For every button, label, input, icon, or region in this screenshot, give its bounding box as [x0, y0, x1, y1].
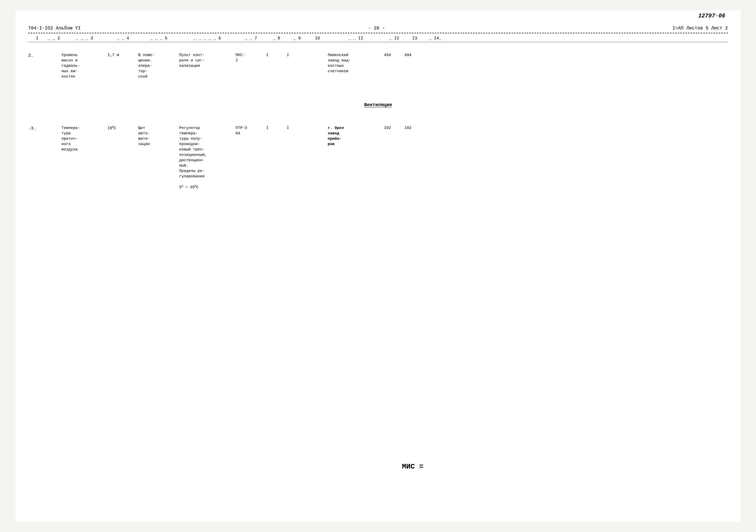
row3-col13: I02 [404, 125, 425, 131]
header-left: 704-I-IO2 Альбом YI [28, 26, 81, 31]
row2-number: 2. [28, 53, 33, 58]
row3-col8: I [266, 125, 287, 131]
row2-col4: I,7 м [108, 52, 138, 58]
section-ventilation-title: Вентиляция [364, 102, 392, 107]
header-center: - 28 - [368, 26, 385, 31]
row3-col9: I [287, 125, 307, 131]
row3-col1: ·3. [28, 125, 46, 132]
row3-col5: Щитавто-мати-зации [138, 125, 179, 147]
col-num-10: IO [307, 36, 328, 41]
row3-manufacturer: г. Орелзаводприбо-ров [328, 126, 344, 146]
row2-col9: I [287, 52, 307, 58]
section-ventilation: Вентиляция [28, 102, 728, 107]
doc-number: 12797·06 [698, 13, 725, 19]
header-row: 704-I-IO2 Альбом YI - 28 - I=АП Листов 5… [28, 18, 728, 31]
col-num-5: _ _ _ 5 [138, 36, 179, 41]
row3-col4: I80C [108, 125, 138, 131]
row3-col11: г. Орелзаводприбо-ров [328, 125, 384, 147]
col-num-9: _ 9 [287, 36, 307, 41]
row3-number: ·3. [28, 126, 36, 131]
row2-col12: 494 [384, 52, 404, 58]
row2-col11: Ливенскийзавод жид-костныхсчетчиков [328, 52, 384, 74]
col-num-3: _ _ _ 3 [62, 36, 108, 41]
row2-col5: В поме-щении.опера-тор-ской [138, 52, 179, 79]
row3-col6: Регулятортемпера-туры полу-проводни-ковы… [179, 125, 235, 190]
col-num-2: _ _ 2 [46, 36, 62, 41]
row2-col6: Пульт конт-роля и сиг-нализации [179, 52, 235, 68]
col-num-4: _ _ 4 [108, 36, 138, 41]
col-num-13: I3 [404, 36, 425, 41]
col-num-8: _ 8 [266, 36, 287, 41]
dashed-separator-top [28, 33, 728, 33]
row3-col7: ПТР-304 [235, 125, 266, 136]
col-num-12: _ I2 [384, 36, 404, 41]
column-numbers-row: I _ _ 2 _ _ _ 3 _ _ 4 _ _ _ 5 _ _ _ _ _ … [28, 35, 728, 42]
row2-col3: Уровеньмасол вгодваль-ных ем-костях [62, 52, 108, 79]
data-row-3: ·3. Темпера-тураприточ-ноговоздуха I80C … [28, 123, 728, 193]
row3-col3: Темпера-тураприточ-ноговоздуха [62, 125, 108, 152]
mic-label: МИС = [402, 463, 423, 470]
data-row-2: 2. Уровеньмасол вгодваль-ных ем-костях I… [28, 50, 728, 82]
header-right: I=АП Листов 5 Лист 2 [673, 26, 728, 31]
row3-col12: I02 [384, 125, 404, 131]
col-num-7: _ _ 7 [235, 36, 266, 41]
row2-col13: 494 [404, 52, 425, 58]
col-num-11: _ _ II [328, 36, 384, 41]
row2-col1: 2. [28, 52, 46, 59]
row2-col7: ПКС-2 [235, 52, 266, 63]
page-container: 12797·06 704-I-IO2 Альбом YI - 28 - I=АП… [15, 10, 741, 522]
col-num-14: _ I4_ [425, 36, 446, 41]
col-num-1: I [28, 36, 46, 41]
row2-col8: I [266, 52, 287, 58]
col-num-6: _ _ _ _ _ 6 [179, 36, 235, 41]
